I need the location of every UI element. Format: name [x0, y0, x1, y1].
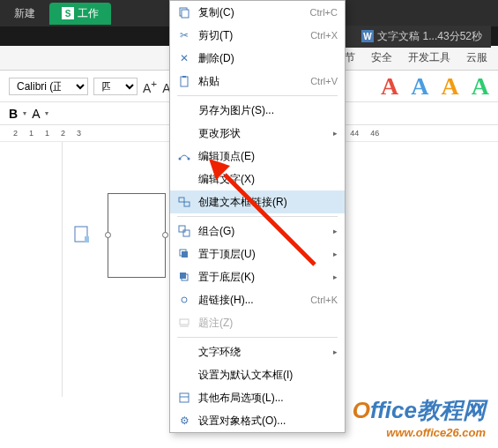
font-family-select[interactable]: Calibri (正文) [9, 78, 88, 95]
svg-rect-18 [180, 273, 186, 279]
svg-text:S: S [65, 9, 71, 19]
svg-rect-12 [179, 198, 184, 202]
text-effect-a2[interactable]: A [411, 72, 428, 101]
resize-handle-left[interactable] [105, 232, 111, 238]
svg-point-10 [179, 158, 182, 161]
tab-doc-label: 文字文稿 1...43分52秒 [377, 29, 482, 44]
menu-separator [177, 216, 338, 217]
group-icon [177, 224, 191, 238]
delete-icon: ✕ [177, 51, 191, 65]
text-effect-a1[interactable]: A [381, 72, 398, 101]
text-effect-a4[interactable]: A [472, 72, 489, 101]
svg-rect-5 [85, 236, 89, 243]
submenu-arrow-icon: ▸ [333, 129, 338, 138]
bold-dropdown-icon[interactable]: ▾ [23, 109, 26, 117]
menu-group[interactable]: 组合(G) ▸ [170, 220, 345, 243]
submenu-arrow-icon: ▸ [333, 250, 338, 258]
resize-handle-right[interactable] [162, 232, 168, 238]
gear-icon: ⚙ [177, 414, 191, 428]
cut-icon: ✂ [177, 28, 191, 42]
paste-icon [177, 74, 191, 88]
svg-rect-20 [180, 319, 189, 325]
word-icon: W [361, 30, 374, 42]
menu-change-shape[interactable]: 更改形状 ▸ [170, 122, 345, 145]
svg-rect-16 [182, 251, 188, 258]
textboxlink-icon [177, 195, 191, 209]
menu-hyperlink[interactable]: 超链接(H)... Ctrl+K [170, 288, 345, 311]
menu-edit-text[interactable]: 编辑文字(X) [170, 168, 345, 190]
color-dropdown-icon[interactable]: ▾ [45, 109, 48, 117]
bringfront-icon [177, 247, 191, 261]
menu-set-default-textbox[interactable]: 设置为默认文本框(I) [170, 363, 345, 386]
bold-button[interactable]: B [9, 107, 18, 121]
menu-edit-points[interactable]: 编辑顶点(E) [170, 145, 345, 168]
tab-label: 工作 [78, 6, 99, 21]
menu-more-layout[interactable]: 其他布局选项(L)... [170, 386, 345, 409]
tab-worksheet[interactable]: S 工作 [49, 3, 111, 25]
menu-delete[interactable]: ✕ 删除(D) [170, 47, 345, 70]
menu-format-object[interactable]: ⚙ 设置对象格式(O)... [170, 409, 345, 432]
menu-separator [177, 337, 338, 338]
selected-textbox[interactable] [108, 193, 166, 278]
grow-font-icon[interactable]: A+ [143, 78, 157, 95]
caption-icon [177, 316, 191, 330]
copy-icon [177, 5, 191, 19]
spreadsheet-icon: S [62, 7, 74, 19]
menu-caption: 题注(Z) [170, 311, 345, 334]
menu-copy[interactable]: 复制(C) Ctrl+C [170, 1, 345, 24]
tab-document[interactable]: W 文字文稿 1...43分52秒 [353, 26, 491, 48]
context-menu: 复制(C) Ctrl+C ✂ 剪切(T) Ctrl+X ✕ 删除(D) 粘贴 C… [169, 0, 346, 433]
font-size-select[interactable]: 四号 [93, 78, 138, 95]
svg-point-11 [188, 158, 190, 161]
svg-rect-7 [182, 10, 189, 18]
menu-send-back[interactable]: 置于底层(K) ▸ [170, 265, 345, 288]
svg-rect-14 [179, 226, 185, 232]
svg-rect-13 [184, 202, 190, 206]
submenu-arrow-icon: ▸ [333, 273, 338, 281]
ribbon-devtools[interactable]: 开发工具 [408, 50, 450, 65]
menu-cut[interactable]: ✂ 剪切(T) Ctrl+X [170, 24, 345, 47]
submenu-arrow-icon: ▸ [333, 227, 338, 235]
new-button[interactable]: 新建 [7, 4, 42, 23]
editpoints-icon [177, 149, 191, 163]
page-margin [62, 142, 63, 397]
svg-rect-8 [181, 77, 188, 86]
layout-icon [177, 391, 191, 405]
svg-rect-9 [182, 76, 186, 78]
menu-paste[interactable]: 粘贴 Ctrl+V [170, 70, 345, 93]
svg-rect-22 [180, 393, 189, 402]
menu-text-wrap[interactable]: 文字环绕 ▸ [170, 340, 345, 363]
svg-rect-15 [183, 230, 190, 236]
menu-create-textbox-link[interactable]: 创建文本框链接(R) [170, 190, 345, 213]
menu-save-as-picture[interactable]: 另存为图片(S)... [170, 99, 345, 122]
submenu-arrow-icon: ▸ [333, 347, 338, 356]
menu-separator [177, 95, 338, 96]
hyperlink-icon [177, 293, 191, 307]
svg-text:W: W [364, 32, 373, 41]
text-effect-a3[interactable]: A [442, 72, 459, 101]
menu-bring-front[interactable]: 置于顶层(U) ▸ [170, 243, 345, 265]
ribbon-security[interactable]: 安全 [371, 50, 392, 65]
paste-indicator-icon[interactable] [74, 226, 90, 243]
sendback-icon [177, 270, 191, 284]
text-color-button[interactable]: A [32, 107, 40, 121]
ribbon-cloud[interactable]: 云服 [466, 50, 487, 65]
